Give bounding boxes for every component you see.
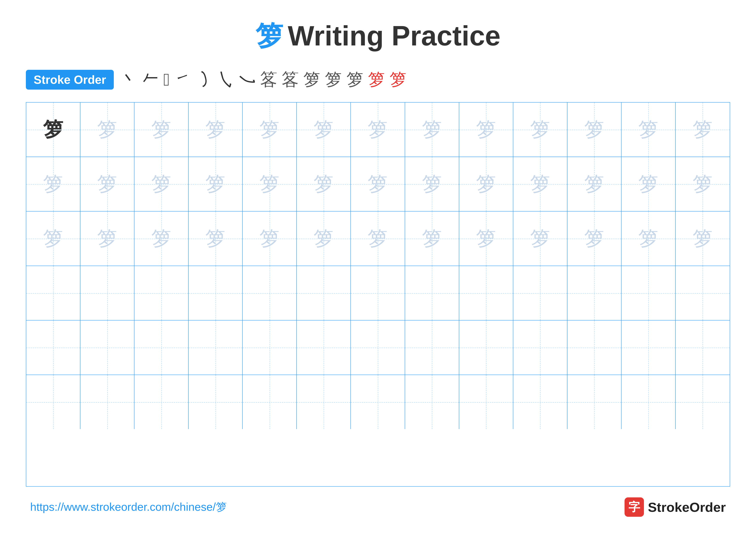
grid-cell[interactable] [676,375,730,429]
grid-cell[interactable] [622,266,676,320]
grid-cell[interactable]: 箩 [567,103,622,157]
grid-cell[interactable]: 箩 [459,157,513,211]
footer-url: https://www.strokeorder.com/chinese/箩 [30,499,227,515]
grid-cell[interactable] [189,320,243,375]
grid-cell[interactable]: 箩 [134,103,189,157]
grid-cell[interactable] [567,266,622,320]
grid-cell[interactable] [513,375,567,429]
grid-cell[interactable]: 箩 [243,212,297,266]
stroke-12: 箩 [346,68,364,91]
grid-cell[interactable]: 箩 [351,212,405,266]
grid-cell[interactable] [134,320,189,375]
grid-cell[interactable] [513,266,567,320]
stroke-sequence: 丶 𠂉 𠂇 ㇀ ㇁ ㇂ ㇃ 笿 笿 箩 箩 箩 箩 箩 [120,68,407,91]
grid-cell[interactable] [622,375,676,429]
grid-cell[interactable] [459,375,513,429]
grid-cell[interactable] [459,266,513,320]
stroke-6: ㇂ [217,68,234,91]
grid-cell[interactable]: 箩 [351,157,405,211]
grid-cell[interactable]: 箩 [676,157,730,211]
grid-cell[interactable]: 箩 [189,157,243,211]
grid-cell[interactable] [80,266,134,320]
grid-cell[interactable]: 箩 [243,157,297,211]
grid-cell[interactable]: 箩 [189,212,243,266]
stroke-3: 𠂇 [163,70,170,89]
grid-cell[interactable] [676,266,730,320]
grid-cell[interactable] [297,320,351,375]
grid-cell[interactable]: 箩 [622,103,676,157]
grid-cell[interactable] [351,320,405,375]
grid-cell[interactable]: 箩 [243,103,297,157]
grid-cell[interactable] [80,375,134,429]
grid-cell[interactable] [243,266,297,320]
grid-cell[interactable] [405,320,459,375]
grid-cell[interactable] [26,320,80,375]
grid-cell[interactable] [567,320,622,375]
grid-cell[interactable] [297,266,351,320]
grid-cell[interactable]: 箩 [513,103,567,157]
grid-cell[interactable] [459,320,513,375]
grid-cell[interactable]: 箩 [80,103,134,157]
grid-cell[interactable]: 箩 [459,212,513,266]
practice-char-light: 箩 [97,225,118,252]
practice-char-light: 箩 [259,116,280,143]
grid-cell[interactable] [513,320,567,375]
practice-char-light: 箩 [692,225,713,252]
grid-cell[interactable] [405,375,459,429]
practice-char-light: 箩 [530,170,551,198]
grid-cell[interactable] [243,375,297,429]
grid-cell[interactable]: 箩 [676,103,730,157]
grid-cell[interactable] [189,375,243,429]
stroke-9: 笿 [282,68,299,91]
grid-row-2: 箩 箩 箩 箩 箩 箩 箩 箩 箩 箩 箩 箩 箩 [26,157,730,212]
practice-char-light: 箩 [692,170,713,198]
grid-cell[interactable] [26,266,80,320]
grid-cell[interactable]: 箩 [189,103,243,157]
practice-char-light: 箩 [151,116,172,143]
page-title: 箩Writing Practice [256,17,500,55]
grid-cell[interactable] [80,320,134,375]
grid-cell[interactable]: 箩 [297,103,351,157]
grid-cell[interactable]: 箩 [676,212,730,266]
practice-char-light: 箩 [313,225,334,252]
grid-cell[interactable] [26,375,80,429]
grid-cell[interactable]: 箩 [567,157,622,211]
grid-cell[interactable]: 箩 [622,157,676,211]
grid-cell[interactable]: 箩 [297,157,351,211]
grid-cell[interactable]: 箩 [459,103,513,157]
grid-cell[interactable] [351,375,405,429]
title-chinese-char: 箩 [256,20,284,51]
grid-cell[interactable]: 箩 [80,157,134,211]
grid-cell[interactable]: 箩 [405,103,459,157]
grid-cell[interactable]: 箩 [297,212,351,266]
grid-cell[interactable] [134,375,189,429]
grid-cell[interactable]: 箩 [405,157,459,211]
grid-cell[interactable] [189,266,243,320]
grid-cell[interactable] [297,375,351,429]
grid-cell[interactable]: 箩 [26,103,80,157]
practice-char-light: 箩 [367,170,388,198]
grid-cell[interactable] [567,375,622,429]
grid-cell[interactable]: 箩 [405,212,459,266]
stroke-4: ㇀ [174,68,191,91]
grid-row-5 [26,320,730,375]
grid-cell[interactable]: 箩 [80,212,134,266]
practice-char-light: 箩 [692,116,713,143]
grid-cell[interactable] [405,266,459,320]
grid-cell[interactable] [134,266,189,320]
grid-cell[interactable]: 箩 [513,157,567,211]
grid-cell[interactable] [243,320,297,375]
stroke-10: 箩 [303,68,320,91]
grid-cell[interactable] [622,320,676,375]
grid-cell[interactable]: 箩 [567,212,622,266]
grid-cell[interactable]: 箩 [26,212,80,266]
grid-cell[interactable]: 箩 [26,157,80,211]
grid-cell[interactable]: 箩 [513,212,567,266]
grid-row-3: 箩 箩 箩 箩 箩 箩 箩 箩 箩 箩 箩 箩 箩 [26,212,730,266]
grid-cell[interactable] [351,266,405,320]
grid-cell[interactable]: 箩 [134,157,189,211]
grid-cell[interactable]: 箩 [351,103,405,157]
grid-cell[interactable] [676,320,730,375]
grid-cell[interactable]: 箩 [134,212,189,266]
grid-cell[interactable]: 箩 [622,212,676,266]
